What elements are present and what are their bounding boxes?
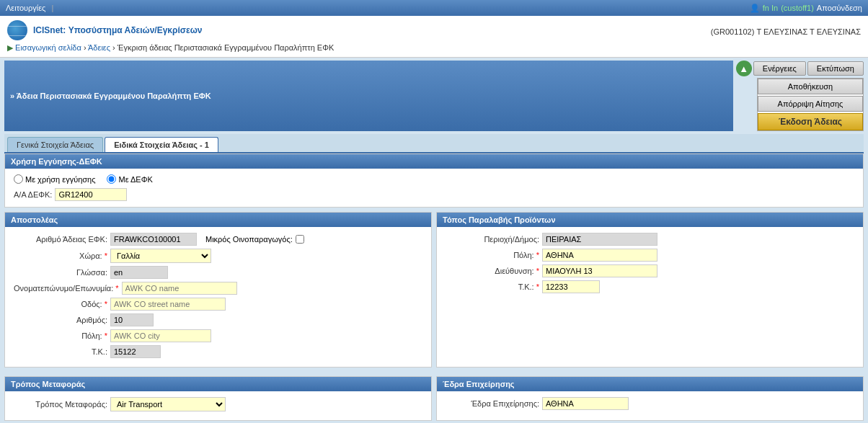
periox-label: Περιοχή/Δήμος: [446, 235, 539, 244]
arithmos-adeias-row: Αριθμό Άδειας ΕΦΚ: Μικρός Οινοπαραγωγός: [14, 233, 422, 246]
tropos-panel: Τρόπος Μεταφοράς Τρόπος Μεταφοράς: Air T… [4, 376, 432, 421]
onomasep-input[interactable] [122, 282, 237, 295]
top-menu-bar: Λειτουργίες | 👤 fn In (custoff1) Αποσύνδ… [0, 0, 868, 16]
glwssa-label: Γλώσσα: [14, 268, 107, 277]
breadcrumb-home[interactable]: Εισαγωγική σελίδα [15, 43, 81, 52]
radio-engyisi-text: Με χρήση εγγύησης [25, 175, 95, 184]
radio-defk[interactable] [107, 174, 116, 184]
xrisi-body: Με χρήση εγγύησης Με ΔΕΦΚ Α/Α ΔΕΦΚ: [5, 169, 863, 207]
edra-label: Έδρα Επιχείρησης: [446, 399, 539, 408]
page-title-bar: » Άδεια Περιστασιακά Εγγραμμένου Παραλήπ… [4, 61, 733, 131]
dieuth-row: Διεύθυνση: [446, 264, 854, 277]
tab-eidika[interactable]: Ειδικά Στοιχεία Άδειας - 1 [105, 137, 218, 152]
header-logo-row: ICISnet: Υποσύστημα Αδειών/Εγκρίσεων [7, 20, 203, 40]
main-content: » Άδεια Περιστασιακά Εγγραμμένου Παραλήπ… [0, 58, 868, 423]
arrow-up-icon: ▲ [736, 61, 752, 76]
tropos-body: Τρόπος Μεταφοράς: Air Transport [5, 391, 431, 420]
apothikeusi-button[interactable]: Αποθήκευση [758, 79, 863, 94]
tropos-label: Τρόπος Μεταφοράς: [14, 400, 107, 409]
periox-input[interactable] [542, 233, 657, 246]
apostoleas-panel: Αποστολέας Αριθμό Άδειας ΕΦΚ: Μικρός Οιν… [4, 212, 432, 368]
menu-separator: | [51, 4, 53, 12]
topos-header: Τόπος Παραλαβής Προϊόντων [437, 213, 863, 227]
poli2-input[interactable] [542, 249, 657, 262]
breadcrumb-sep2: › [112, 43, 118, 52]
user-info-area: 👤 fn In (custoff1) Αποσύνδεση [750, 4, 862, 13]
ektyp-button[interactable]: Εκτύπωση [807, 61, 864, 76]
user-icon: 👤 [750, 4, 760, 13]
xwra-row: Χώρα: Γαλλία [14, 249, 422, 263]
arithmos-adeias-input[interactable] [110, 233, 197, 246]
globe-icon [7, 20, 27, 40]
xrisi-header: Χρήση Εγγύησης-ΔΕΦΚ [5, 154, 863, 169]
glwssa-input[interactable] [110, 266, 168, 279]
header-area: ICISnet: Υποσύστημα Αδειών/Εγκρίσεων (GR… [0, 16, 868, 58]
radio-defk-label[interactable]: Με ΔΕΦΚ [107, 174, 152, 184]
xwra-label: Χώρα: [14, 251, 107, 260]
poli-input[interactable] [110, 329, 211, 342]
tropos-row: Τρόπος Μεταφοράς: Air Transport [14, 397, 422, 411]
menu-item-leitourgies[interactable]: Λειτουργίες [6, 4, 45, 12]
logout-link[interactable]: Αποσύνδεση [817, 4, 862, 12]
breadcrumb: ▶ Εισαγωγική σελίδα › Άδειες › Έγκριση ά… [7, 43, 861, 53]
edra-panel: Έδρα Επιχείρησης Έδρα Επιχείρησης: [436, 376, 864, 421]
edra-body: Έδρα Επιχείρησης: [437, 391, 863, 419]
two-col-bottom: Τρόπος Μεταφοράς Τρόπος Μεταφοράς: Air T… [4, 376, 864, 423]
dieuth-label: Διεύθυνση: [446, 267, 539, 275]
apostoleas-body: Αριθμό Άδειας ΕΦΚ: Μικρός Οινοπαραγωγός:… [5, 227, 431, 367]
defk-label: Α/Α ΔΕΦΚ: [14, 190, 52, 199]
tk-label: Τ.Κ.: [14, 347, 107, 356]
breadcrumb-licenses[interactable]: Άδειες [88, 43, 110, 52]
odos-row: Οδός: [14, 298, 422, 311]
tk-row: Τ.Κ.: [14, 345, 422, 358]
mikros-oinop-checkbox[interactable] [296, 235, 304, 244]
action-panel: ▲ Ενέργειες Εκτύπωση Αποθήκευση Απόρριψη… [736, 61, 864, 131]
onomasep-label: Ονοματεπώνυμο/Επωνυμία: [14, 284, 119, 293]
radio-engyisi-label[interactable]: Με χρήση εγγύησης [14, 174, 95, 184]
xrisi-section: Χρήση Εγγύησης-ΔΕΦΚ Με χρήση εγγύησης Με… [4, 153, 864, 208]
energeies-button[interactable]: Ενέργειες [753, 61, 806, 76]
ekdosi-button[interactable]: Έκδοση Άδειας [758, 113, 863, 130]
tropos-select[interactable]: Air Transport [110, 397, 226, 411]
tk-input[interactable] [110, 345, 161, 358]
edra-row: Έδρα Επιχείρησης: [446, 397, 854, 410]
tropos-header: Τρόπος Μεταφοράς [5, 377, 431, 391]
periox-row: Περιοχή/Δήμος: [446, 233, 854, 246]
mikros-oinop-label: Μικρός Οινοπαραγωγός: [205, 235, 293, 244]
xwra-select[interactable]: Γαλλία [110, 249, 211, 263]
glwssa-row: Γλώσσα: [14, 266, 422, 279]
arithmos2-input[interactable] [110, 313, 154, 326]
header-right-info: (GR001102) Τ ΕΛΕΥΣΙΝΑΣ Τ ΕΛΕΥΣΙΝΑΣ [711, 27, 861, 36]
tk2-input[interactable] [542, 280, 600, 293]
breadcrumb-arrow: ▶ [7, 43, 13, 52]
dieuth-input[interactable] [542, 264, 657, 277]
custoff-label: (custoff1) [781, 4, 814, 12]
radio-engyisi[interactable] [14, 174, 23, 184]
poli-label: Πόλη: [14, 331, 107, 340]
poli-row: Πόλη: [14, 329, 422, 342]
edra-header: Έδρα Επιχείρησης [437, 377, 863, 391]
tab-genika[interactable]: Γενικά Στοιχεία Άδειας [7, 137, 103, 152]
tabs-row: Γενικά Στοιχεία Άδειας Ειδικά Στοιχεία Ά… [4, 134, 864, 153]
onomasep-row: Ονοματεπώνυμο/Επωνυμία: [14, 282, 422, 295]
arithmos-adeias-label: Αριθμό Άδειας ΕΦΚ: [14, 235, 107, 244]
tk2-row: Τ.Κ.: [446, 280, 854, 293]
poli2-row: Πόλη: [446, 249, 854, 262]
arithmos2-label: Αριθμός: [14, 316, 107, 324]
topos-body: Περιοχή/Δήμος: Πόλη: Διεύθυνση: Τ.Κ.: [437, 227, 863, 302]
two-col-main: Αποστολέας Αριθμό Άδειας ΕΦΚ: Μικρός Οιν… [4, 212, 864, 372]
aporrip-button[interactable]: Απόρριψη Αίτησης [758, 96, 863, 112]
arithmos2-row: Αριθμός: [14, 313, 422, 326]
edra-input[interactable] [542, 397, 629, 410]
defk-row: Α/Α ΔΕΦΚ: [14, 188, 854, 201]
breadcrumb-current: Έγκριση άδειας Περιστασιακά Εγγραμμένου … [118, 43, 334, 52]
header-title: ICISnet: Υποσύστημα Αδειών/Εγκρίσεων [33, 25, 203, 35]
apostoleas-header: Αποστολέας [5, 213, 431, 227]
page-title-row: » Άδεια Περιστασιακά Εγγραμμένου Παραλήπ… [4, 61, 864, 131]
page-title: » Άδεια Περιστασιακά Εγγραμμένου Παραλήπ… [10, 92, 211, 100]
odos-label: Οδός: [14, 300, 107, 308]
poli2-label: Πόλη: [446, 251, 539, 259]
fn-in-label[interactable]: fn In [763, 4, 778, 12]
odos-input[interactable] [110, 298, 226, 311]
defk-input[interactable] [55, 188, 127, 201]
